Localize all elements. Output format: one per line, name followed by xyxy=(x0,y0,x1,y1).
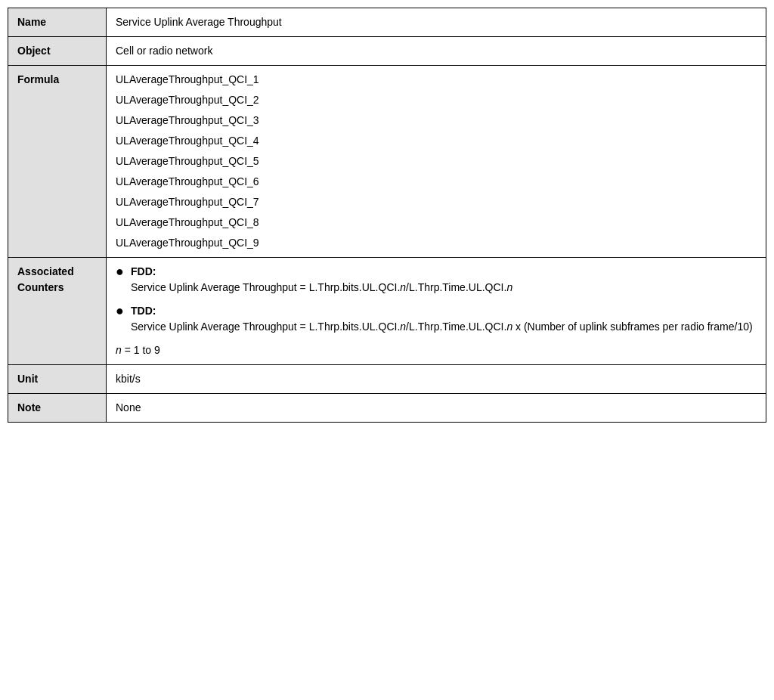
counter-tdd-content: TDD: Service Uplink Average Throughput =… xyxy=(131,303,757,335)
formula-item-5: ULAverageThroughput_QCI_5 xyxy=(116,153,757,169)
formula-value: ULAverageThroughput_QCI_1 ULAverageThrou… xyxy=(107,66,766,258)
bullet-icon-1: ● xyxy=(116,264,128,280)
formula-item-6: ULAverageThroughput_QCI_6 xyxy=(116,174,757,190)
name-value: Service Uplink Average Throughput xyxy=(107,8,766,37)
unit-value: kbit/s xyxy=(107,365,766,394)
object-label: Object xyxy=(8,37,107,66)
tdd-body: Service Uplink Average Throughput = L.Th… xyxy=(131,321,753,333)
formula-item-8: ULAverageThroughput_QCI_8 xyxy=(116,215,757,231)
info-table: Name Service Uplink Average Throughput O… xyxy=(8,8,766,423)
formula-item-3: ULAverageThroughput_QCI_3 xyxy=(116,113,757,129)
formula-row: Formula ULAverageThroughput_QCI_1 ULAver… xyxy=(8,66,766,258)
bullet-icon-2: ● xyxy=(116,303,128,320)
name-row: Name Service Uplink Average Throughput xyxy=(8,8,766,37)
counter-fdd-content: FDD: Service Uplink Average Throughput =… xyxy=(131,264,757,296)
object-row: Object Cell or radio network xyxy=(8,37,766,66)
n-note: n = 1 to 9 xyxy=(116,342,757,358)
counters-value: ● FDD: Service Uplink Average Throughput… xyxy=(107,258,766,365)
n-note-italic: n xyxy=(116,344,122,356)
object-value: Cell or radio network xyxy=(107,37,766,66)
counters-label: AssociatedCounters xyxy=(8,258,107,365)
tdd-header: TDD: xyxy=(131,305,156,317)
name-label: Name xyxy=(8,8,107,37)
formula-item-2: ULAverageThroughput_QCI_2 xyxy=(116,92,757,108)
fdd-body: Service Uplink Average Throughput = L.Th… xyxy=(131,281,512,293)
note-value: None xyxy=(107,394,766,423)
formula-item-1: ULAverageThroughput_QCI_1 xyxy=(116,72,757,88)
fdd-header: FDD: xyxy=(131,265,156,277)
unit-row: Unit kbit/s xyxy=(8,365,766,394)
note-label: Note xyxy=(8,394,107,423)
counters-row: AssociatedCounters ● FDD: Service Uplink… xyxy=(8,258,766,365)
note-row: Note None xyxy=(8,394,766,423)
formula-label: Formula xyxy=(8,66,107,258)
formula-item-7: ULAverageThroughput_QCI_7 xyxy=(116,194,757,210)
counters-list: ● FDD: Service Uplink Average Throughput… xyxy=(116,264,757,335)
formula-item-9: ULAverageThroughput_QCI_9 xyxy=(116,235,757,251)
counter-tdd-item: ● TDD: Service Uplink Average Throughput… xyxy=(116,303,757,335)
unit-label: Unit xyxy=(8,365,107,394)
counter-fdd-item: ● FDD: Service Uplink Average Throughput… xyxy=(116,264,757,296)
n-note-text: = 1 to 9 xyxy=(122,344,160,356)
formula-item-4: ULAverageThroughput_QCI_4 xyxy=(116,133,757,149)
